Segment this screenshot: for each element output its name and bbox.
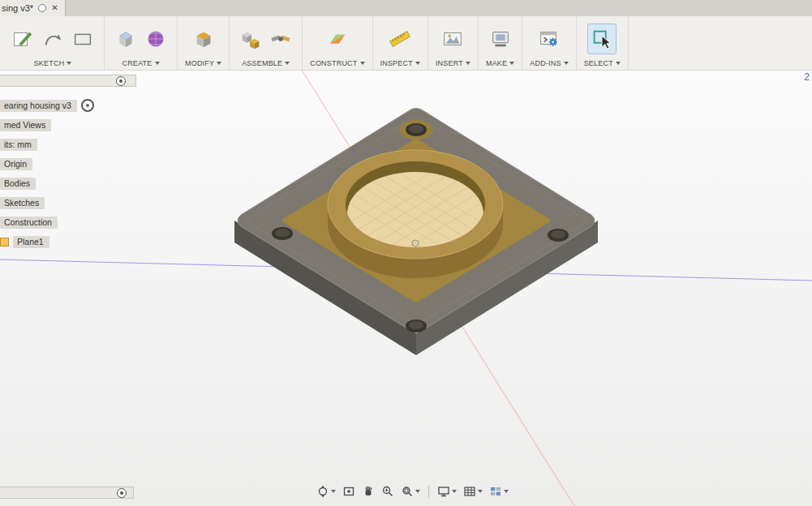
chevron-down-icon <box>217 62 221 65</box>
viewcube-edge-label: 2 <box>804 71 810 83</box>
new-component-button[interactable] <box>237 24 264 54</box>
addins-menu[interactable]: ADD-INS <box>530 59 568 67</box>
toolbar-group-insert: INSERT <box>428 16 479 70</box>
model-canvas[interactable] <box>0 70 812 506</box>
measure-ruler-icon <box>388 27 412 51</box>
construct-menu[interactable]: CONSTRUCT <box>310 59 364 67</box>
browser-item-sketches[interactable]: Sketches <box>0 196 45 209</box>
toolbar-group-create: CREATE <box>105 16 178 70</box>
chevron-down-icon <box>155 62 160 65</box>
measure-button[interactable] <box>386 24 414 54</box>
browser-collapse-icon[interactable] <box>116 76 126 86</box>
browser-item-origin[interactable]: Origin <box>0 157 32 170</box>
zoom-icon <box>381 485 394 498</box>
new-component-icon <box>238 27 263 51</box>
insert-image-icon <box>440 27 465 51</box>
document-tab-title: sing v3* <box>2 3 33 13</box>
browser-item-bodies[interactable]: Bodies <box>0 177 36 190</box>
viewport[interactable]: 2 earing housing v3 med Views its: mm Or… <box>0 70 812 506</box>
sketch-rectangle-button[interactable] <box>69 24 97 54</box>
construction-plane-icon <box>0 238 9 247</box>
look-at-icon <box>342 485 355 498</box>
create-sketch-icon <box>11 27 35 51</box>
press-pull-button[interactable] <box>190 24 217 54</box>
browser-root-label[interactable]: earing housing v3 <box>0 100 77 112</box>
create-sketch-button[interactable] <box>9 24 37 54</box>
construction-plane-icon <box>325 27 350 51</box>
press-pull-icon <box>191 27 216 51</box>
modify-menu[interactable]: MODIFY <box>185 59 221 67</box>
scripts-addins-icon <box>537 27 561 51</box>
sketch-spline-icon <box>41 27 65 51</box>
fusion360-window: 2 earing housing v3 med Views its: mm Or… <box>0 0 812 506</box>
toolbar-group-assemble: ASSEMBLE <box>230 16 303 70</box>
main-toolbar: SKETCH C <box>0 16 812 71</box>
document-tab-bar: sing v3* ✕ <box>0 0 812 17</box>
addins-button[interactable] <box>535 24 563 54</box>
insert-menu[interactable]: INSERT <box>436 59 470 67</box>
pan-hand-icon <box>362 485 375 498</box>
chevron-down-icon <box>509 62 514 65</box>
sketch-rectangle-icon <box>71 27 95 51</box>
tab-close-icon[interactable]: ✕ <box>51 4 58 12</box>
create-extrude-button[interactable] <box>112 24 140 54</box>
chevron-down-icon <box>67 62 71 65</box>
chevron-down-icon <box>285 62 290 65</box>
display-settings-button[interactable] <box>436 483 458 500</box>
orbit-icon <box>316 485 329 498</box>
construct-plane-button[interactable] <box>324 24 351 54</box>
browser-item-plane1[interactable]: Plane1 <box>0 235 49 248</box>
chevron-down-icon <box>466 62 470 65</box>
inspect-menu[interactable]: INSPECT <box>380 59 420 67</box>
select-menu[interactable]: SELECT <box>584 59 621 67</box>
fit-button[interactable] <box>399 483 422 500</box>
browser-root-item[interactable]: earing housing v3 <box>0 99 94 112</box>
zoom-fit-icon <box>401 485 414 498</box>
select-button[interactable] <box>588 24 616 54</box>
navigation-bar <box>315 483 510 500</box>
make-3dprint-icon <box>488 27 513 51</box>
browser-item-construction[interactable]: Construction <box>0 216 58 229</box>
insert-button[interactable] <box>439 24 466 54</box>
assemble-menu[interactable]: ASSEMBLE <box>242 59 290 67</box>
tab-status-icon <box>38 4 46 12</box>
chevron-down-icon <box>415 62 420 65</box>
browser-header-bar[interactable] <box>0 75 136 87</box>
joint-button[interactable] <box>267 24 294 54</box>
sketch-menu[interactable]: SKETCH <box>34 59 72 67</box>
grid-icon <box>463 485 476 498</box>
select-cursor-icon <box>590 27 614 51</box>
look-at-button[interactable] <box>341 483 357 500</box>
toolbar-group-select: SELECT <box>577 16 629 70</box>
display-settings-icon <box>437 485 450 498</box>
model-3d-bearing-housing[interactable] <box>234 109 598 356</box>
create-form-button[interactable] <box>142 24 170 54</box>
browser-item-units[interactable]: its: mm <box>0 138 37 151</box>
toolbar-group-make: MAKE <box>479 16 522 70</box>
extrude-icon <box>114 27 138 51</box>
chevron-down-icon <box>616 62 621 65</box>
orbit-button[interactable] <box>315 483 337 500</box>
chevron-down-icon <box>360 62 365 65</box>
grid-snaps-button[interactable] <box>462 483 484 500</box>
chevron-down-icon <box>564 62 569 65</box>
viewports-button[interactable] <box>488 483 510 500</box>
toolbar-group-modify: MODIFY <box>178 16 230 70</box>
make-menu[interactable]: MAKE <box>486 59 514 67</box>
browser-item-named-views[interactable]: med Views <box>0 118 51 131</box>
navbar-separator <box>428 486 429 498</box>
timeline-collapsed-bar[interactable] <box>0 487 134 499</box>
activate-component-icon[interactable] <box>81 99 94 112</box>
joint-icon <box>269 27 293 51</box>
make-button[interactable] <box>487 24 514 54</box>
toolbar-group-construct: CONSTRUCT <box>303 16 372 70</box>
toolbar-group-addins: ADD-INS <box>522 16 576 70</box>
zoom-button[interactable] <box>380 483 396 500</box>
form-sphere-icon <box>144 27 168 51</box>
sketch-spline-button[interactable] <box>39 24 67 54</box>
timeline-collapse-icon[interactable] <box>117 488 127 498</box>
create-menu[interactable]: CREATE <box>122 59 159 67</box>
document-tab[interactable]: sing v3* ✕ <box>0 0 66 16</box>
toolbar-group-sketch: SKETCH <box>2 16 105 70</box>
pan-button[interactable] <box>360 483 376 500</box>
